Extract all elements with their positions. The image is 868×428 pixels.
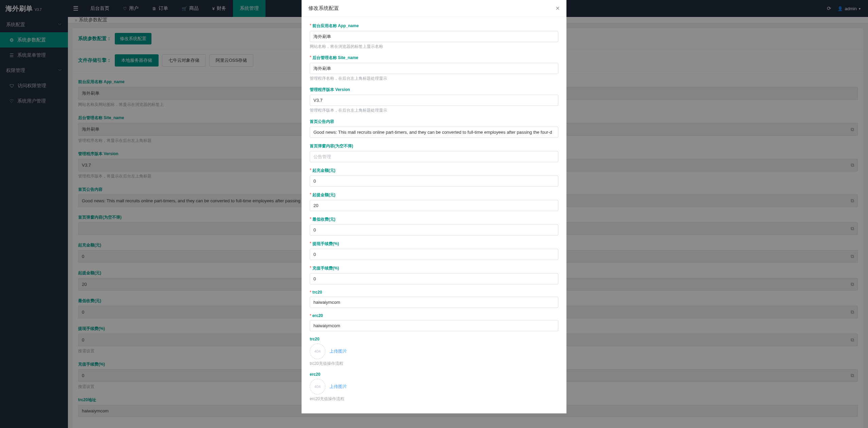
d-label: 首页弹窗内容(为空不弹) (310, 143, 353, 149)
d-hint: trc20充值操作流程 (310, 361, 558, 367)
d-label: erc20 (312, 313, 323, 318)
d-label: 提现手续费(%) (312, 241, 339, 247)
input-version[interactable] (310, 95, 558, 106)
d-label: erc20 (310, 372, 320, 377)
input-min-fee[interactable] (310, 224, 558, 236)
d-label: 起提金额(元) (312, 192, 336, 198)
input-withdraw-pct[interactable] (310, 249, 558, 260)
d-label: 最低收费(元) (312, 217, 336, 222)
d-hint: erc20充值操作流程 (310, 396, 558, 402)
d-hint: 网站名称，将在浏览器的标签上显示名称 (310, 44, 558, 50)
required-marker: * (310, 168, 311, 173)
upload-erc20-image[interactable]: 404 (310, 379, 325, 394)
required-marker: * (310, 192, 311, 198)
input-trc20[interactable] (310, 297, 558, 308)
upload-link[interactable]: 上传图片 (329, 348, 347, 354)
input-app-name[interactable] (310, 31, 558, 42)
input-erc20[interactable] (310, 320, 558, 331)
input-recharge-pct[interactable] (310, 273, 558, 284)
d-label: 管理程序版本 Version (310, 87, 350, 93)
d-label: trc20 (312, 290, 322, 295)
input-notice[interactable] (310, 127, 558, 138)
d-label: 后台管理名称 Site_name (312, 55, 358, 61)
upload-trc20-image[interactable]: 404 (310, 343, 325, 359)
d-label: trc20 (310, 337, 320, 341)
required-marker: * (310, 55, 311, 61)
d-label: 首页公告内容 (310, 119, 334, 125)
d-label: 充值手续费(%) (312, 265, 339, 271)
dialog-title: 修改系统配置 (308, 5, 339, 12)
required-marker: * (310, 241, 311, 247)
required-marker: * (310, 23, 311, 29)
d-label: 起充金额(元) (312, 168, 336, 173)
required-marker: * (310, 217, 311, 222)
upload-link[interactable]: 上传图片 (329, 384, 347, 390)
edit-config-dialog: 修改系统配置 × *前台应用名称 App_name网站名称，将在浏览器的标签上显… (302, 0, 566, 413)
d-hint: 管理程序版本，在后台左上角标题处理显示 (310, 108, 558, 113)
d-label: 前台应用名称 App_name (312, 23, 359, 29)
close-icon[interactable]: × (556, 4, 560, 12)
input-popup[interactable] (310, 151, 558, 162)
required-marker: * (310, 290, 311, 295)
input-site-name[interactable] (310, 63, 558, 74)
input-min-withdraw[interactable] (310, 200, 558, 211)
dialog-overlay[interactable]: 修改系统配置 × *前台应用名称 App_name网站名称，将在浏览器的标签上显… (0, 0, 868, 428)
required-marker: * (310, 313, 311, 318)
dialog-body: *前台应用名称 App_name网站名称，将在浏览器的标签上显示名称 *后台管理… (302, 17, 566, 413)
input-min-recharge[interactable] (310, 175, 558, 187)
d-hint: 管理程序名称，在后台左上角标题处理显示 (310, 76, 558, 81)
required-marker: * (310, 265, 311, 271)
